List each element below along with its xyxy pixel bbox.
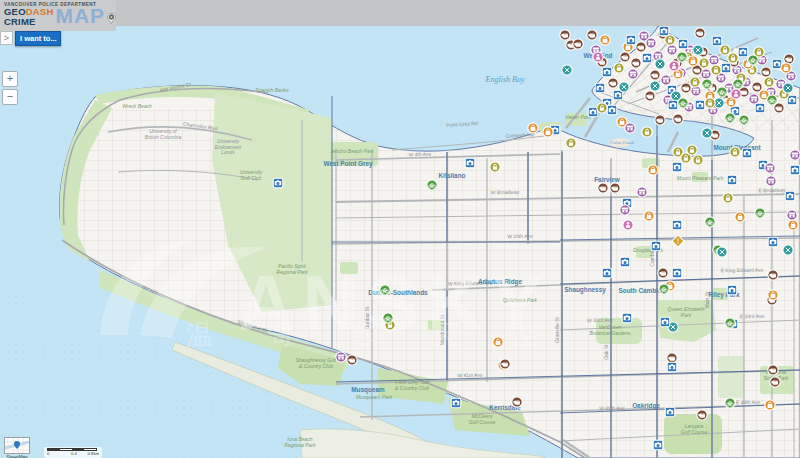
crime-marker-bicycle[interactable] xyxy=(725,398,735,408)
crime-marker-camera[interactable] xyxy=(768,237,778,247)
crime-marker-fist[interactable] xyxy=(500,359,510,369)
crime-marker-shopping-bag[interactable] xyxy=(543,127,553,137)
crime-marker-shopping-bag[interactable] xyxy=(493,337,503,347)
crime-marker-storefront[interactable] xyxy=(661,75,671,85)
crime-marker-storefront[interactable] xyxy=(787,210,797,220)
crime-marker-fist[interactable] xyxy=(631,58,641,68)
crime-marker-padlock[interactable] xyxy=(699,58,709,68)
map-canvas[interactable]: NW Marine DrChancellor BlvdPoint Grey Rd… xyxy=(0,0,800,458)
crime-marker-crossed-tools[interactable] xyxy=(717,247,727,257)
crime-marker-camera[interactable] xyxy=(721,63,731,73)
crime-marker-person[interactable] xyxy=(623,220,633,230)
crime-marker-storefront[interactable] xyxy=(628,69,638,79)
crime-marker-camera[interactable] xyxy=(727,175,737,185)
crime-marker-camera[interactable] xyxy=(678,39,688,49)
crime-marker-fist[interactable] xyxy=(650,70,660,80)
crime-marker-crossed-tools[interactable] xyxy=(702,128,712,138)
crime-marker-camera[interactable] xyxy=(651,241,661,251)
crime-marker-camera[interactable] xyxy=(790,165,800,175)
crime-marker-shopping-bag[interactable] xyxy=(768,290,778,300)
crime-marker-camera[interactable] xyxy=(595,83,605,93)
crime-marker-camera[interactable] xyxy=(660,317,670,327)
crime-marker-camera[interactable] xyxy=(785,191,795,201)
crime-marker-storefront[interactable] xyxy=(336,352,346,362)
crime-marker-person[interactable] xyxy=(593,52,603,62)
crime-marker-bicycle[interactable] xyxy=(767,95,777,105)
crime-marker-camera[interactable] xyxy=(672,162,682,172)
crime-marker-padlock[interactable] xyxy=(764,77,774,87)
crime-marker-bicycle[interactable] xyxy=(659,284,669,294)
crime-marker-fist[interactable] xyxy=(655,115,665,125)
crime-marker-storefront[interactable] xyxy=(709,55,719,65)
crime-marker-camera[interactable] xyxy=(668,100,678,110)
crime-marker-padlock[interactable] xyxy=(728,53,738,63)
crime-marker-crossed-tools[interactable] xyxy=(650,81,660,91)
sidebar-expander-button[interactable]: > xyxy=(0,31,13,45)
crime-marker-storefront[interactable] xyxy=(620,205,630,215)
crime-marker-crossed-tools[interactable] xyxy=(562,65,572,75)
crime-marker-fist[interactable] xyxy=(695,28,705,38)
crime-marker-shopping-bag[interactable] xyxy=(648,165,658,175)
crime-marker-fist[interactable] xyxy=(770,377,780,387)
crime-marker-crossed-tools[interactable] xyxy=(693,45,703,55)
crime-marker-fist[interactable] xyxy=(620,52,630,62)
crime-marker-shopping-bag[interactable] xyxy=(688,56,698,66)
crime-marker-storefront[interactable] xyxy=(766,176,776,186)
crime-marker-storefront[interactable] xyxy=(667,45,677,55)
crime-marker-camera[interactable] xyxy=(695,100,705,110)
crime-marker-bicycle[interactable] xyxy=(427,180,437,190)
crime-marker-camera[interactable] xyxy=(653,440,663,450)
crime-marker-padlock[interactable] xyxy=(693,155,703,165)
crime-marker-camera[interactable] xyxy=(602,67,612,77)
crime-marker-camera[interactable] xyxy=(273,178,283,188)
crime-marker-shopping-bag[interactable] xyxy=(788,220,798,230)
crime-marker-camera[interactable] xyxy=(727,285,737,295)
crime-marker-storefront[interactable] xyxy=(646,38,656,48)
crime-marker-storefront[interactable] xyxy=(765,163,775,173)
crime-marker-person[interactable] xyxy=(669,61,679,71)
crime-marker-camera[interactable] xyxy=(602,268,612,278)
crime-marker-camera[interactable] xyxy=(672,268,682,278)
crime-marker-padlock[interactable] xyxy=(687,145,697,155)
crime-marker-fist[interactable] xyxy=(697,410,707,420)
crime-marker-padlock[interactable] xyxy=(705,98,715,108)
crime-marker-fist[interactable] xyxy=(560,30,570,40)
crime-marker-fist[interactable] xyxy=(768,365,778,375)
crime-marker-padlock[interactable] xyxy=(720,45,730,55)
crime-marker-camera[interactable] xyxy=(622,313,632,323)
crime-marker-camera[interactable] xyxy=(738,47,748,57)
crime-marker-camera[interactable] xyxy=(451,398,461,408)
crime-marker-camera[interactable] xyxy=(672,220,682,230)
crime-marker-storefront[interactable] xyxy=(749,94,759,104)
crime-marker-camera[interactable] xyxy=(465,158,475,168)
crime-marker-camera[interactable] xyxy=(642,53,652,63)
crime-marker-camera[interactable] xyxy=(620,257,630,267)
crime-marker-padlock[interactable] xyxy=(642,127,652,137)
crime-marker-fist[interactable] xyxy=(658,268,668,278)
crime-marker-fist[interactable] xyxy=(608,78,618,88)
crime-marker-camera[interactable] xyxy=(755,103,765,113)
crime-marker-fist[interactable] xyxy=(636,42,646,52)
crime-marker-bicycle[interactable] xyxy=(725,318,735,328)
crime-marker-padlock[interactable] xyxy=(690,77,700,87)
crime-marker-padlock[interactable] xyxy=(490,162,500,172)
crime-marker-crossed-tools[interactable] xyxy=(655,59,665,69)
crime-marker-bicycle[interactable] xyxy=(748,55,758,65)
crime-marker-fist[interactable] xyxy=(587,30,597,40)
basemap-selector[interactable]: StreetMap xyxy=(4,437,30,458)
crime-marker-camera[interactable] xyxy=(607,105,617,115)
crime-marker-fist[interactable] xyxy=(681,83,691,93)
crime-marker-shopping-bag[interactable] xyxy=(600,35,610,45)
crime-marker-padlock[interactable] xyxy=(597,103,607,113)
crime-marker-bicycle[interactable] xyxy=(755,208,765,218)
crime-marker-fist[interactable] xyxy=(761,67,771,77)
crime-marker-crossed-tools[interactable] xyxy=(783,83,793,93)
zoom-in-button[interactable]: + xyxy=(2,71,18,87)
crime-marker-padlock[interactable] xyxy=(723,193,733,203)
crime-marker-bicycle[interactable] xyxy=(702,79,712,89)
zoom-out-button[interactable]: − xyxy=(2,89,18,105)
crime-marker-storefront[interactable] xyxy=(790,150,800,160)
crime-marker-camera[interactable] xyxy=(742,148,752,158)
crime-marker-shopping-bag[interactable] xyxy=(528,123,538,133)
crime-marker-camera[interactable] xyxy=(667,362,677,372)
